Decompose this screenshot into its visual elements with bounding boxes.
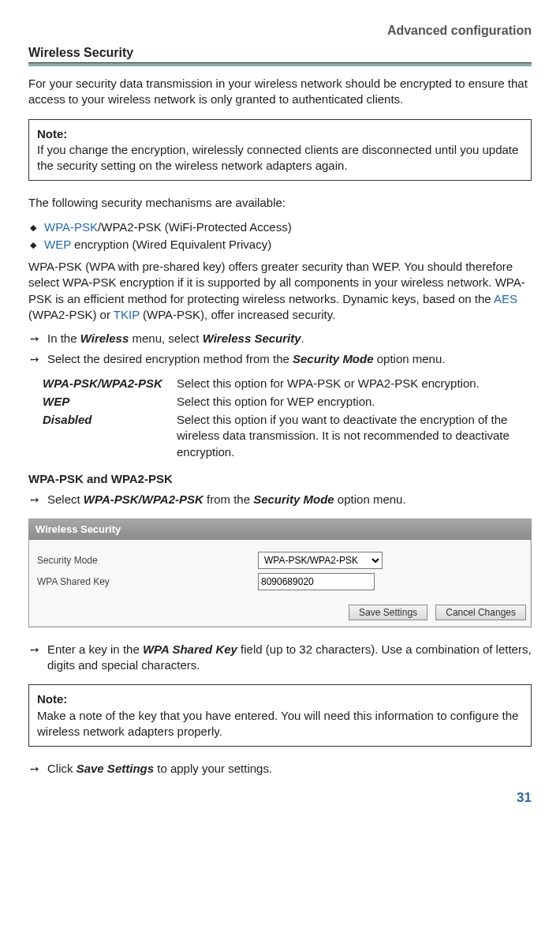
- link-wpa-psk: WPA-PSK: [44, 220, 98, 234]
- text: .: [301, 331, 304, 345]
- wpa-paragraph: WPA-PSK (WPA with pre-shared key) offers…: [28, 259, 532, 323]
- wpa-key-input[interactable]: [258, 573, 375, 590]
- option-name: Disabled: [43, 412, 177, 460]
- step-4: Enter a key in the WPA Shared Key field …: [28, 642, 532, 674]
- option-row: WPA-PSK/WPA2-PSK Select this option for …: [43, 376, 532, 391]
- option-desc: Select this option if you want to deacti…: [177, 412, 532, 460]
- panel-button-row: Save Settings Cancel Changes: [29, 599, 531, 627]
- text: encryption (Wired Equivalent Privacy): [71, 238, 271, 251]
- text: (WPA-PSK), offer increased security.: [140, 308, 335, 321]
- option-name: WEP: [43, 394, 177, 410]
- text: (WPA2-PSK) or: [28, 308, 114, 321]
- text: to apply your settings.: [154, 762, 272, 775]
- text: Enter a key in the: [47, 642, 143, 656]
- option-desc: Select this option for WEP encryption.: [177, 394, 532, 410]
- field-name: Security Mode: [293, 352, 374, 365]
- wireless-security-panel: Wireless Security Security Mode WPA-PSK/…: [28, 519, 532, 627]
- mechanism-list: WPA-PSK/WPA2-PSK (WiFi-Protected Access)…: [28, 219, 532, 253]
- menu-name: Wireless: [80, 331, 129, 345]
- page-number: 31: [28, 789, 532, 807]
- step-5: Click Save Settings to apply your settin…: [28, 761, 532, 777]
- wpa-key-label: WPA Shared Key: [37, 575, 258, 588]
- link-aes: AES: [494, 292, 517, 305]
- option-row: Disabled Select this option if you want …: [43, 412, 532, 460]
- list-item: WEP encryption (Wired Equivalent Privacy…: [28, 237, 532, 253]
- section-rule: [28, 62, 532, 66]
- options-table: WPA-PSK/WPA2-PSK Select this option for …: [43, 376, 532, 460]
- step-3: Select WPA-PSK/WPA2-PSK from the Securit…: [28, 492, 532, 507]
- text: menu, select: [129, 331, 202, 345]
- note-body: Make a note of the key that you have ent…: [37, 708, 523, 740]
- panel-title: Wireless Security: [29, 519, 531, 540]
- security-mode-label: Security Mode: [37, 554, 258, 567]
- panel-row-key: WPA Shared Key: [37, 573, 523, 590]
- text: option menu.: [374, 352, 446, 365]
- note-body: If you change the encryption, wirelessly…: [37, 142, 523, 174]
- option-name: WPA-PSK/WPA2-PSK: [43, 376, 177, 391]
- button-name: Save Settings: [77, 762, 154, 775]
- step-1: In the Wireless menu, select Wireless Se…: [28, 331, 532, 346]
- text: WPA-PSK (WPA with pre-shared key) offers…: [28, 260, 525, 305]
- menu-item: Wireless Security: [203, 331, 301, 345]
- text: Click: [47, 762, 77, 775]
- text: Select: [47, 492, 84, 506]
- step-2: Select the desired encryption method fro…: [28, 351, 532, 367]
- subheading-wpa: WPA-PSK and WPA2-PSK: [28, 471, 532, 487]
- intro-paragraph: For your security data transmission in y…: [28, 76, 532, 108]
- panel-body: Security Mode WPA-PSK/WPA2-PSK WPA Share…: [29, 540, 531, 599]
- text: In the: [47, 331, 80, 345]
- field-name: WPA Shared Key: [143, 642, 237, 656]
- note-box-1: Note: If you change the encryption, wire…: [28, 119, 532, 182]
- section-title: Wireless Security: [28, 44, 532, 62]
- note-box-2: Note: Make a note of the key that you ha…: [28, 684, 532, 747]
- option-row: WEP Select this option for WEP encryptio…: [43, 394, 532, 410]
- note-label: Note:: [37, 126, 523, 142]
- link-wep: WEP: [44, 238, 71, 251]
- text: Select the desired encryption method fro…: [47, 352, 293, 365]
- list-item: WPA-PSK/WPA2-PSK (WiFi-Protected Access): [28, 219, 532, 235]
- available-line: The following security mechanisms are av…: [28, 195, 532, 211]
- text: from the: [203, 492, 253, 506]
- cancel-changes-button[interactable]: Cancel Changes: [435, 605, 526, 620]
- text: option menu.: [334, 492, 406, 506]
- text: /WPA2-PSK (WiFi-Protected Access): [98, 220, 292, 234]
- option-value: WPA-PSK/WPA2-PSK: [84, 492, 203, 506]
- link-tkip: TKIP: [114, 308, 140, 321]
- note-label: Note:: [37, 691, 523, 707]
- save-settings-button[interactable]: Save Settings: [349, 605, 427, 620]
- security-mode-select[interactable]: WPA-PSK/WPA2-PSK: [258, 552, 383, 569]
- option-desc: Select this option for WPA-PSK or WPA2-P…: [177, 376, 532, 391]
- panel-row-mode: Security Mode WPA-PSK/WPA2-PSK: [37, 552, 523, 569]
- chapter-header: Advanced configuration: [28, 22, 532, 39]
- field-name: Security Mode: [253, 492, 334, 506]
